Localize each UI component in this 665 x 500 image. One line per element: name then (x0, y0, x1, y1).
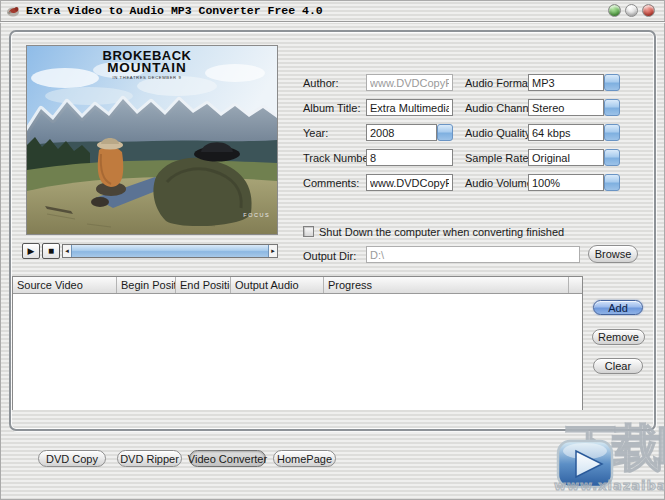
audio-format-dropdown-button[interactable] (604, 74, 620, 91)
audio-quality-label: Audio Quality: (465, 127, 533, 139)
remove-button[interactable]: Remove (592, 329, 645, 345)
column-header-filler (569, 277, 582, 293)
app-window: Extra Video to Audio MP3 Converter Free … (0, 0, 665, 500)
track-number-field[interactable] (366, 149, 453, 166)
window-controls (608, 4, 655, 17)
column-header-source-video[interactable]: Source Video (13, 277, 117, 293)
play-icon: ▶ (28, 247, 35, 256)
poster-studio-text: F O C U S (243, 212, 269, 218)
dvd-ripper-button[interactable]: DVD Ripper (117, 450, 182, 467)
minimize-button[interactable] (608, 4, 621, 17)
output-dir-field[interactable] (366, 246, 580, 263)
audio-channel-field[interactable] (528, 99, 604, 116)
sample-rate-label: Sample Rate: (465, 152, 532, 164)
audio-channel-dropdown-button[interactable] (604, 99, 620, 116)
shutdown-checkbox-label: Shut Down the computer when converting f… (319, 226, 564, 238)
seek-bar[interactable]: ◂ ▸ (62, 244, 278, 258)
homepage-button[interactable]: HomePage (273, 450, 336, 467)
year-dropdown-button[interactable] (437, 124, 453, 141)
browse-button-label: Browse (595, 248, 632, 260)
audio-quality-field[interactable] (528, 124, 604, 141)
poster-tagline: IN THEATRES DECEMBER 9 (113, 75, 182, 80)
poster-title-line2: MOUNTAIN (107, 60, 187, 75)
stop-button[interactable]: ■ (42, 243, 60, 259)
dvd-copy-button-label: DVD Copy (46, 453, 98, 465)
clear-button-label: Clear (605, 360, 631, 372)
app-icon (6, 4, 21, 18)
add-button[interactable]: Add (593, 300, 643, 315)
remove-button-label: Remove (598, 331, 639, 343)
album-title-label: Album Title: (303, 102, 360, 114)
watermark: 下载吧 www.xiazaiba.com (548, 425, 665, 500)
author-field[interactable] (366, 74, 453, 91)
album-title-field[interactable] (366, 99, 453, 116)
audio-volume-field[interactable] (528, 174, 604, 191)
video-preview: F O C U S BROKEBACK MOUNTAIN IN THEATRES… (26, 45, 278, 235)
seek-right-arrow-icon[interactable]: ▸ (269, 245, 277, 257)
audio-volume-dropdown-button[interactable] (604, 174, 620, 191)
homepage-button-label: HomePage (277, 453, 332, 465)
stop-icon: ■ (48, 246, 54, 256)
title-bar[interactable]: Extra Video to Audio MP3 Converter Free … (0, 0, 665, 22)
queue-table-body[interactable] (13, 294, 582, 410)
seek-left-arrow-icon[interactable]: ◂ (63, 245, 71, 257)
column-header-end-position[interactable]: End Position (176, 277, 231, 293)
watermark-site-url: www.xiazaiba.com (554, 478, 665, 493)
close-button[interactable] (642, 4, 655, 17)
year-label: Year: (303, 127, 328, 139)
comments-field[interactable] (366, 174, 453, 191)
audio-format-label: Audio Format: (465, 77, 534, 89)
sample-rate-field[interactable] (528, 149, 604, 166)
track-number-label: Track Number: (303, 152, 375, 164)
dvd-copy-button[interactable]: DVD Copy (38, 450, 106, 467)
column-header-output-audio[interactable]: Output Audio (231, 277, 324, 293)
play-button[interactable]: ▶ (22, 243, 40, 259)
restore-button[interactable] (625, 4, 638, 17)
queue-table-header: Source Video Begin Position End Position… (13, 277, 582, 294)
year-field[interactable] (366, 124, 437, 141)
queue-table[interactable]: Source Video Begin Position End Position… (12, 276, 583, 410)
output-dir-label: Output Dir: (303, 250, 356, 262)
column-header-begin-position[interactable]: Begin Position (117, 277, 176, 293)
audio-quality-dropdown-button[interactable] (604, 124, 620, 141)
sample-rate-dropdown-button[interactable] (604, 149, 620, 166)
comments-label: Comments: (303, 177, 359, 189)
watermark-play-icon (556, 439, 614, 491)
video-converter-button[interactable]: Video Converter (189, 450, 266, 467)
add-button-label: Add (608, 302, 628, 314)
video-converter-button-label: Video Converter (188, 453, 267, 465)
window-title: Extra Video to Audio MP3 Converter Free … (26, 4, 323, 17)
column-header-progress[interactable]: Progress (324, 277, 569, 293)
audio-format-field[interactable] (528, 74, 604, 91)
audio-volume-label: Audio Volume: (465, 177, 536, 189)
shutdown-checkbox[interactable] (303, 226, 314, 237)
browse-button[interactable]: Browse (588, 245, 638, 263)
author-label: Author: (303, 77, 338, 89)
seek-thumb[interactable] (71, 245, 269, 257)
dvd-ripper-button-label: DVD Ripper (120, 453, 179, 465)
clear-button[interactable]: Clear (593, 358, 643, 374)
